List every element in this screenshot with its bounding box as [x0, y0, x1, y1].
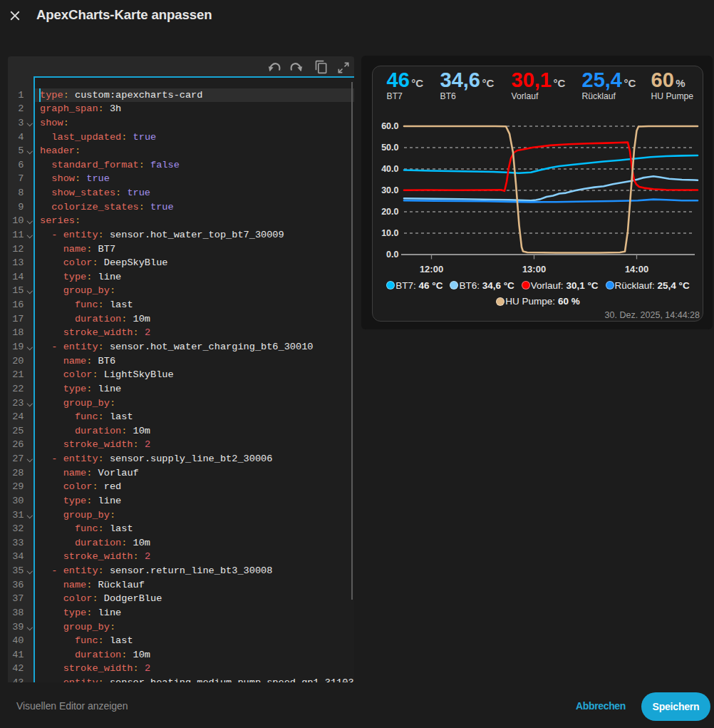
svg-text:0.0: 0.0 [386, 250, 398, 260]
svg-text:20.0: 20.0 [381, 207, 398, 217]
svg-text:40.0: 40.0 [381, 164, 398, 174]
svg-text:60.0: 60.0 [381, 121, 398, 131]
svg-text:50.0: 50.0 [381, 143, 398, 153]
svg-text:10.0: 10.0 [381, 228, 398, 238]
svg-text:30.0: 30.0 [381, 185, 398, 195]
svg-text:13:00: 13:00 [522, 264, 546, 275]
svg-text:14:00: 14:00 [625, 264, 648, 275]
svg-text:12:00: 12:00 [420, 264, 443, 275]
